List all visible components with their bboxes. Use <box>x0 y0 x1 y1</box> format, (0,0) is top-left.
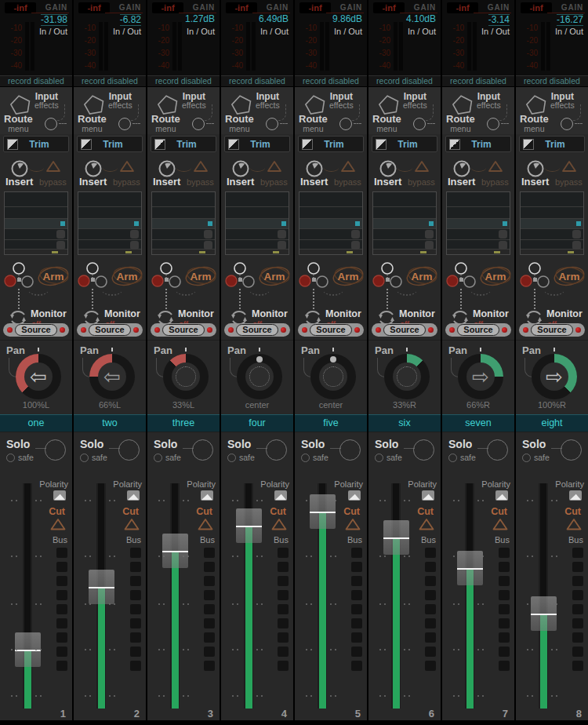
solo-button[interactable] <box>561 439 582 461</box>
bus-send-square[interactable] <box>204 604 215 614</box>
gain-value-entry[interactable]: -6.82 <box>120 14 141 26</box>
gain-value-entry[interactable]: 9.86dB <box>332 14 362 24</box>
input-effects-button[interactable]: Input effects <box>477 93 501 110</box>
bus-send-square[interactable] <box>351 647 362 657</box>
bus-send-square[interactable] <box>204 632 215 643</box>
pan-knob[interactable] <box>237 354 282 399</box>
source-button[interactable]: Source <box>445 323 511 337</box>
processor-control-knob[interactable] <box>572 241 581 250</box>
source-button[interactable]: Source <box>151 323 216 337</box>
processor-slot[interactable] <box>5 240 67 250</box>
monitor-label[interactable]: Monitor <box>546 308 583 319</box>
processor-control-knob[interactable] <box>499 241 507 250</box>
bus-send-square[interactable] <box>130 590 141 600</box>
processor-box[interactable] <box>299 191 363 255</box>
processor-control-knob[interactable] <box>56 241 65 250</box>
bus-send-square[interactable] <box>499 647 510 657</box>
record-arm-button[interactable]: Arm <box>37 264 71 288</box>
record-arm-button[interactable]: Arm <box>184 264 219 288</box>
input-effects-button[interactable]: Input effects <box>403 93 427 110</box>
bus-sends-column[interactable] <box>572 548 583 671</box>
processor-slot[interactable] <box>78 229 141 240</box>
bus-send-square[interactable] <box>130 562 141 572</box>
processor-slot[interactable] <box>78 207 141 219</box>
input-effects-button[interactable]: Input effects <box>108 93 132 110</box>
processor-slot[interactable] <box>447 192 510 207</box>
solo-safe-toggle[interactable]: safe <box>80 453 107 462</box>
channel-name-button[interactable]: four <box>221 414 293 432</box>
processor-slot-active[interactable] <box>521 219 583 229</box>
input-effects-button[interactable]: Input effects <box>329 93 354 110</box>
input-effects-circle-icon[interactable] <box>118 118 131 130</box>
processor-slot[interactable] <box>521 229 583 240</box>
route-menu-button[interactable]: Route menu <box>520 115 549 133</box>
processor-slot-active[interactable] <box>447 219 510 229</box>
route-menu-button[interactable]: Route menu <box>151 115 180 133</box>
route-menu-button[interactable]: Route menu <box>446 115 475 133</box>
monitor-label[interactable]: Monitor <box>399 308 435 319</box>
monitor-label[interactable]: Monitor <box>473 308 509 319</box>
processor-slot[interactable] <box>5 192 67 207</box>
input-effects-circle-icon[interactable] <box>192 118 205 130</box>
processor-box[interactable] <box>520 191 584 255</box>
processor-slot[interactable] <box>373 229 436 240</box>
route-menu-button[interactable]: Route menu <box>372 115 401 133</box>
bus-send-square[interactable] <box>499 618 510 628</box>
bus-send-square[interactable] <box>351 576 362 586</box>
processor-slot[interactable] <box>521 207 583 219</box>
channel-name-button[interactable]: seven <box>442 414 514 432</box>
solo-safe-toggle[interactable]: safe <box>448 453 476 462</box>
processor-slot[interactable] <box>226 229 289 240</box>
trim-button[interactable]: Trim <box>77 136 143 152</box>
bus-send-square[interactable] <box>130 661 141 671</box>
bus-sends-column[interactable] <box>499 548 510 671</box>
bus-sends-column[interactable] <box>425 548 436 671</box>
meter-in-out-toggle[interactable]: In / Out <box>334 27 362 36</box>
processor-slot[interactable] <box>152 229 215 240</box>
insert-bypass-triangle-icon[interactable] <box>192 159 209 173</box>
bus-send-square[interactable] <box>425 562 436 572</box>
processor-box[interactable] <box>446 191 510 255</box>
bus-send-square[interactable] <box>204 590 215 600</box>
processor-slot[interactable] <box>521 240 583 250</box>
processor-slot[interactable] <box>226 192 289 207</box>
source-button[interactable]: Source <box>372 323 437 337</box>
bypass-label[interactable]: bypass <box>260 177 288 187</box>
bus-send-square[interactable] <box>425 618 436 628</box>
bus-send-square[interactable] <box>56 647 67 657</box>
processor-slot[interactable] <box>447 229 510 240</box>
insert-bypass-triangle-icon[interactable] <box>45 159 62 173</box>
bypass-label[interactable]: bypass <box>113 177 140 187</box>
fader-handle[interactable] <box>236 508 262 543</box>
pentagon-route-icon[interactable] <box>525 94 547 115</box>
bypass-label[interactable]: bypass <box>481 177 509 187</box>
solo-safe-toggle[interactable]: safe <box>301 453 328 462</box>
source-button[interactable]: Source <box>298 323 364 337</box>
pan-knob[interactable] <box>310 354 356 399</box>
monitor-label[interactable]: Monitor <box>104 308 140 319</box>
processor-control-knob[interactable] <box>130 230 139 239</box>
processor-control-knob[interactable] <box>425 241 434 250</box>
processor-slot[interactable] <box>152 207 215 219</box>
channel-name-button[interactable]: six <box>368 414 441 432</box>
route-menu-button[interactable]: Route menu <box>78 115 107 133</box>
pentagon-route-icon[interactable] <box>9 94 31 115</box>
bus-sends-column[interactable] <box>204 548 215 671</box>
peak-display-button[interactable]: -inf <box>521 2 552 13</box>
pan-knob[interactable] <box>163 354 209 399</box>
insert-bypass-triangle-icon[interactable] <box>561 159 578 173</box>
solo-button[interactable] <box>413 439 434 461</box>
bypass-label[interactable]: bypass <box>408 177 435 187</box>
bus-send-square[interactable] <box>425 590 436 600</box>
bypass-label[interactable]: bypass <box>39 177 67 187</box>
processor-slot[interactable] <box>373 207 436 219</box>
record-arm-button[interactable]: Arm <box>405 264 440 288</box>
processor-control-knob[interactable] <box>204 230 212 239</box>
bus-send-square[interactable] <box>204 618 215 628</box>
trim-button[interactable]: Trim <box>151 136 216 152</box>
input-effects-circle-icon[interactable] <box>487 118 499 130</box>
peak-display-button[interactable]: -inf <box>447 2 478 13</box>
bus-send-square[interactable] <box>499 632 510 643</box>
bus-send-square[interactable] <box>56 562 67 572</box>
processor-slot[interactable] <box>5 207 67 219</box>
